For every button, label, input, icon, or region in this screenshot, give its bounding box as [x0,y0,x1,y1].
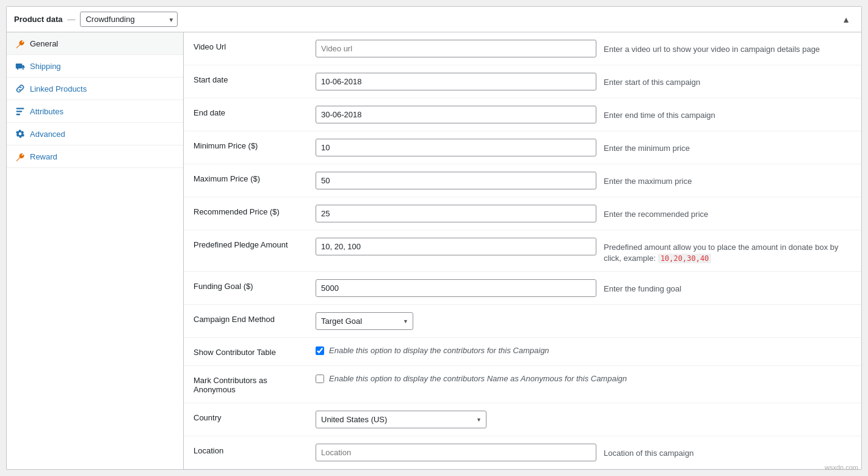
location-input[interactable] [316,444,596,461]
recommended-price-label: Recommended Price ($) [184,197,306,230]
start-date-row: Start date Enter start of this campaign [184,65,861,98]
header-dash: — [67,15,75,24]
video-url-hint: Enter a video url to show your video in … [604,40,852,55]
reward-wrench-icon [15,152,25,161]
start-date-group: Enter start of this campaign [316,73,852,90]
funding-goal-label: Funding Goal ($) [184,272,306,305]
sidebar-item-attributes[interactable]: Attributes [7,100,183,123]
watermark: wsxdn.com [825,464,858,471]
collapse-button[interactable]: ▲ [838,13,854,26]
sidebar-item-linked-products-label: Linked Products [30,84,87,93]
product-data-header: Product data — Crowdfunding Simple produ… [7,7,861,32]
campaign-end-method-label: Campaign End Method [184,305,306,338]
sidebar-item-general[interactable]: General [7,32,183,55]
funding-goal-hint: Enter the funding goal [604,279,852,295]
video-url-row: Video Url Enter a video url to show your… [184,32,861,65]
minimum-price-label: Minimum Price ($) [184,131,306,164]
country-select[interactable]: United States (US) United Kingdom (UK) C… [316,411,486,428]
location-hint: Location of this campaign [604,444,852,459]
predefined-pledge-group: Predefined amount allow you to place the… [316,238,852,264]
sidebar-item-general-label: General [30,39,58,48]
start-date-input[interactable] [316,73,596,90]
show-contributor-checkbox-row: Enable this option to display the contri… [316,345,852,356]
predefined-pledge-field-cell: Predefined amount allow you to place the… [306,230,861,272]
sidebar-item-advanced-label: Advanced [30,130,65,139]
form-table: Video Url Enter a video url to show your… [184,32,861,469]
sidebar-item-reward[interactable]: Reward [7,145,183,168]
predefined-pledge-input[interactable] [316,238,596,255]
start-date-label: Start date [184,65,306,98]
end-date-label: End date [184,98,306,131]
mark-anonymous-field-cell: Enable this option to display the contri… [306,366,861,403]
campaign-end-method-row: Campaign End Method Target Goal End Date… [184,305,861,338]
maximum-price-hint: Enter the maximum price [604,172,852,187]
location-group: Location of this campaign [316,444,852,461]
funding-goal-field-cell: Enter the funding goal [306,272,861,305]
maximum-price-input[interactable] [316,172,596,189]
video-url-input[interactable] [316,40,596,57]
mark-anonymous-label: Mark Contributors as Anonymous [184,366,306,403]
sidebar-item-attributes-label: Attributes [30,107,63,116]
recommended-price-hint: Enter the recommended price [604,205,852,220]
predefined-pledge-label: Predefined Pledge Amount [184,230,306,272]
shipping-icon [15,61,25,71]
header-left: Product data — Crowdfunding Simple produ… [14,12,178,27]
mark-anonymous-checkbox[interactable] [316,375,324,383]
show-contributor-hint: Enable this option to display the contri… [329,345,549,356]
product-type-select-wrapper[interactable]: Crowdfunding Simple product Grouped prod… [80,12,178,27]
recommended-price-field-cell: Enter the recommended price [306,197,861,230]
recommended-price-group: Enter the recommended price [316,205,852,222]
minimum-price-group: Enter the minimum price [316,139,852,156]
maximum-price-group: Enter the maximum price [316,172,852,189]
predefined-pledge-hint: Predefined amount allow you to place the… [604,238,852,264]
sidebar: General Shipping Linked Products Attribu… [7,32,184,469]
sidebar-item-linked-products[interactable]: Linked Products [7,78,183,100]
end-date-group: Enter end time of this campaign [316,106,852,123]
location-field-cell: Location of this campaign [306,436,861,469]
link-icon [15,84,25,93]
recommended-price-input[interactable] [316,205,596,222]
minimum-price-field-cell: Enter the minimum price [306,131,861,164]
product-data-title: Product data [14,15,62,24]
end-date-hint: Enter end time of this campaign [604,106,852,121]
location-row: Location Location of this campaign [184,436,861,469]
video-url-group: Enter a video url to show your video in … [316,40,852,57]
minimum-price-row: Minimum Price ($) Enter the minimum pric… [184,131,861,164]
country-field-cell: United States (US) United Kingdom (UK) C… [306,403,861,436]
funding-goal-input[interactable] [316,279,596,297]
country-row: Country United States (US) United Kingdo… [184,403,861,436]
start-date-field-cell: Enter start of this campaign [306,65,861,98]
sidebar-item-reward-label: Reward [30,152,57,161]
video-url-field-cell: Enter a video url to show your video in … [306,32,861,65]
campaign-end-method-field-cell: Target Goal End Date Both [306,305,861,338]
show-contributor-row: Show Contributor Table Enable this optio… [184,338,861,366]
svg-rect-0 [16,64,22,68]
predefined-pledge-code: 10,20,30,40 [658,254,711,263]
gear-icon [15,129,25,139]
campaign-end-method-select-wrapper[interactable]: Target Goal End Date Both [316,312,413,330]
recommended-price-row: Recommended Price ($) Enter the recommen… [184,197,861,230]
sidebar-item-shipping-label: Shipping [30,62,61,71]
campaign-end-method-select[interactable]: Target Goal End Date Both [316,312,413,330]
svg-rect-4 [16,111,23,112]
mark-anonymous-checkbox-row: Enable this option to display the contri… [316,373,852,384]
maximum-price-row: Maximum Price ($) Enter the maximum pric… [184,164,861,197]
show-contributor-checkbox[interactable] [316,346,324,355]
svg-rect-3 [16,108,24,109]
mark-anonymous-row: Mark Contributors as Anonymous Enable th… [184,366,861,403]
end-date-field-cell: Enter end time of this campaign [306,98,861,131]
main-content: Video Url Enter a video url to show your… [184,32,861,469]
sidebar-item-advanced[interactable]: Advanced [7,123,183,145]
maximum-price-label: Maximum Price ($) [184,164,306,197]
minimum-price-input[interactable] [316,139,596,156]
show-contributor-field-cell: Enable this option to display the contri… [306,338,861,366]
country-select-wrapper[interactable]: United States (US) United Kingdom (UK) C… [316,411,486,428]
sidebar-item-shipping[interactable]: Shipping [7,55,183,78]
video-url-label: Video Url [184,32,306,65]
product-type-select[interactable]: Crowdfunding Simple product Grouped prod… [80,12,178,27]
maximum-price-field-cell: Enter the maximum price [306,164,861,197]
mark-anonymous-hint: Enable this option to display the contri… [329,373,627,384]
minimum-price-hint: Enter the minimum price [604,139,852,154]
end-date-input[interactable] [316,106,596,123]
country-label: Country [184,403,306,436]
